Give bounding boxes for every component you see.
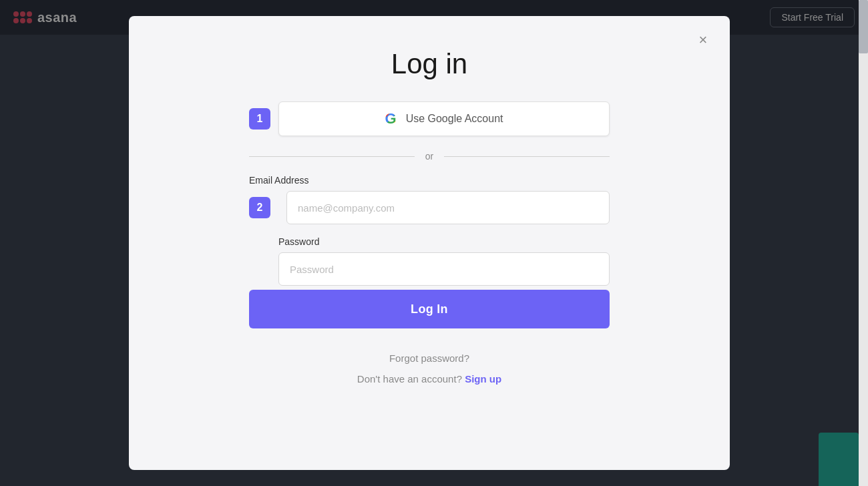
google-step-row: 1 G Use Google Account — [249, 101, 610, 136]
signup-row: Don't have an account? Sign up — [357, 373, 501, 385]
google-button-label: Use Google Account — [406, 113, 503, 125]
login-button[interactable]: Log In — [249, 290, 610, 328]
or-text: or — [415, 151, 444, 162]
password-field-row — [249, 252, 610, 286]
sign-up-link[interactable]: Sign up — [465, 373, 501, 385]
footer-links: Forgot password? Don't have an account? … — [357, 352, 501, 385]
modal-overlay: × Log in 1 G Use Google Account or Email… — [0, 0, 859, 486]
step-2-badge: 2 — [249, 197, 270, 218]
password-input[interactable] — [278, 252, 610, 286]
no-account-text: Don't have an account? — [357, 373, 462, 385]
login-modal: × Log in 1 G Use Google Account or Email… — [129, 16, 730, 470]
email-field-row: 2 — [249, 191, 610, 224]
scrollbar-thumb[interactable] — [859, 0, 868, 53]
modal-title: Log in — [391, 48, 467, 80]
email-label: Email Address — [249, 175, 610, 186]
forgot-password-link[interactable]: Forgot password? — [357, 352, 501, 364]
email-input[interactable] — [286, 191, 610, 224]
password-label: Password — [278, 236, 610, 247]
close-button[interactable]: × — [692, 29, 714, 51]
google-icon: G — [385, 111, 397, 126]
divider-line-left — [249, 156, 415, 157]
google-login-button[interactable]: G Use Google Account — [278, 101, 610, 136]
or-divider: or — [249, 151, 610, 162]
scrollbar[interactable] — [859, 0, 868, 486]
login-form: Email Address 2 Password — [249, 175, 610, 286]
divider-line-right — [444, 156, 610, 157]
step-1-badge: 1 — [249, 108, 270, 130]
